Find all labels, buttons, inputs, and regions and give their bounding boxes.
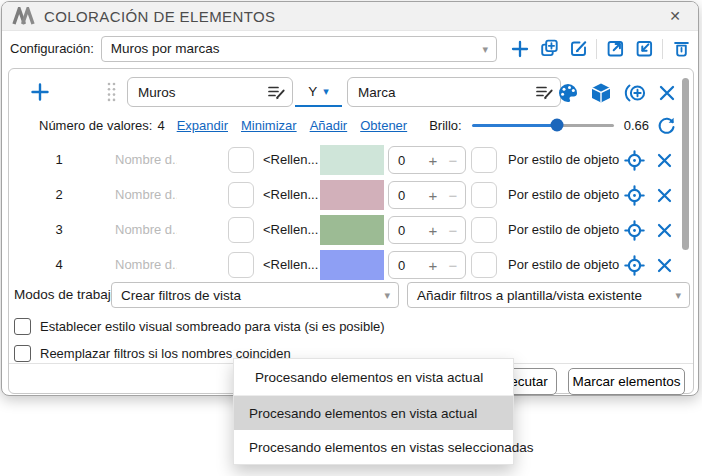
spinner-plus-icon[interactable]: + [423, 187, 443, 204]
remove-value-icon[interactable] [656, 152, 673, 169]
dropdown-item-current-view[interactable]: Procesando elementos en vista actual [234, 396, 513, 430]
remove-value-icon[interactable] [656, 187, 673, 204]
fill-color-swatch[interactable] [228, 182, 254, 208]
locate-elements-icon[interactable] [624, 150, 645, 171]
palette-icon[interactable] [557, 82, 579, 104]
fill-color-swatch[interactable] [228, 252, 254, 278]
configuration-toolbar [509, 38, 692, 60]
get-link[interactable]: Obtener [360, 118, 407, 133]
row-name-placeholder[interactable]: Nombre d... [115, 152, 177, 167]
screen: COLORACIÓN DE ELEMENTOS ✕ Configuración:… [0, 0, 702, 476]
join-operator-value: Y [308, 84, 317, 99]
mark-elements-button[interactable]: Marcar elementos [568, 368, 685, 395]
locate-elements-icon[interactable] [624, 220, 645, 241]
value-spinner: 0 + − [388, 181, 466, 209]
spinner-minus-icon[interactable]: − [443, 152, 463, 169]
spinner-plus-icon[interactable]: + [423, 152, 443, 169]
object-style-label[interactable]: Por estilo de objeto [508, 257, 619, 272]
import-configuration-icon[interactable] [633, 38, 655, 60]
app-logo-icon [12, 7, 36, 25]
delete-configuration-icon[interactable] [670, 38, 692, 60]
spinner-minus-icon[interactable]: − [443, 187, 463, 204]
reset-brightness-icon[interactable] [657, 116, 676, 135]
category-input[interactable] [127, 77, 293, 107]
locate-elements-icon[interactable] [624, 255, 645, 276]
line-color-swatch[interactable] [471, 217, 497, 243]
object-style-label[interactable]: Por estilo de objeto [508, 187, 619, 202]
spinner-plus-icon[interactable]: + [423, 257, 443, 274]
fill-pattern-label[interactable]: <Rellen... [263, 187, 319, 202]
spinner-value[interactable]: 0 [398, 258, 423, 273]
value-row: 1 Nombre d... <Rellen... 0 + − Por estil… [9, 143, 693, 178]
row-index: 2 [49, 187, 69, 202]
slider-track[interactable] [472, 124, 614, 127]
object-style-label[interactable]: Por estilo de objeto [508, 222, 619, 237]
spinner-minus-icon[interactable]: − [443, 257, 463, 274]
filter-mode-combobox[interactable]: Crear filtros de vista ▾ [111, 282, 399, 308]
fill-pattern-label[interactable]: <Rellen... [263, 257, 319, 272]
join-operator-combobox[interactable]: Y ▾ [295, 77, 342, 107]
shaded-style-checkbox[interactable] [14, 318, 31, 335]
work-modes-label: Modos de trabajo [14, 281, 118, 309]
line-color-swatch[interactable] [471, 182, 497, 208]
replace-filters-checkbox[interactable] [14, 345, 31, 362]
spinner-value[interactable]: 0 [398, 188, 423, 203]
row-name-placeholder[interactable]: Nombre d... [115, 257, 177, 272]
select-elements-icon[interactable] [623, 82, 647, 104]
values-count-label: Número de valores: [39, 118, 152, 133]
configuration-combobox[interactable]: Muros por marcas ▾ [101, 36, 497, 62]
minimize-link[interactable]: Minimizar [241, 118, 297, 133]
add-configuration-icon[interactable] [509, 38, 531, 60]
spinner-plus-icon[interactable]: + [423, 222, 443, 239]
remove-value-icon[interactable] [656, 257, 673, 274]
color-preview-bar[interactable] [320, 180, 384, 210]
scrollbar-thumb[interactable] [682, 78, 689, 250]
duplicate-configuration-icon[interactable] [538, 38, 560, 60]
export-configuration-icon[interactable] [604, 38, 626, 60]
configuration-row: Configuración: Muros por marcas ▾ [10, 35, 692, 62]
edit-configuration-icon[interactable] [567, 38, 589, 60]
brightness-slider[interactable] [472, 118, 614, 132]
toolbar-separator [596, 39, 597, 59]
expand-link[interactable]: Expandir [177, 118, 228, 133]
criteria-actions [557, 82, 683, 104]
line-color-swatch[interactable] [471, 147, 497, 173]
fill-color-swatch[interactable] [228, 147, 254, 173]
row-name-placeholder[interactable]: Nombre d... [115, 187, 177, 202]
values-count: 4 [157, 118, 164, 133]
row-name-placeholder[interactable]: Nombre d... [115, 222, 177, 237]
fill-pattern-label[interactable]: <Rellen... [263, 152, 319, 167]
remove-criterion-icon[interactable] [658, 84, 676, 102]
spinner-value[interactable]: 0 [398, 153, 423, 168]
cube-icon[interactable] [590, 82, 612, 104]
chevron-down-icon: ▾ [323, 85, 329, 98]
apply-mode-combobox[interactable]: Añadir filtros a plantilla/vista existen… [407, 282, 690, 308]
fill-color-swatch[interactable] [228, 217, 254, 243]
dropdown-item-selected-views[interactable]: Procesando elementos en vistas seleccion… [234, 430, 513, 464]
title-bar: COLORACIÓN DE ELEMENTOS ✕ [2, 2, 698, 31]
process-mode-combobox[interactable]: Procesando elementos en vista actual [234, 359, 513, 396]
add-link[interactable]: Añadir [310, 118, 348, 133]
add-criterion-icon[interactable] [29, 81, 51, 103]
color-preview-bar[interactable] [320, 145, 384, 175]
shaded-style-label: Establecer estilo visual sombreado para … [40, 319, 385, 334]
close-icon[interactable]: ✕ [664, 5, 686, 27]
spinner-value[interactable]: 0 [398, 223, 423, 238]
apply-mode-value: Añadir filtros a plantilla/vista existen… [417, 288, 642, 303]
locate-elements-icon[interactable] [624, 185, 645, 206]
line-color-swatch[interactable] [471, 252, 497, 278]
remove-value-icon[interactable] [656, 222, 673, 239]
value-row: 2 Nombre d... <Rellen... 0 + − Por estil… [9, 178, 693, 213]
fill-pattern-label[interactable]: <Rellen... [263, 222, 319, 237]
object-style-label[interactable]: Por estilo de objeto [508, 152, 619, 167]
spinner-minus-icon[interactable]: − [443, 222, 463, 239]
parameter-input[interactable] [347, 77, 561, 107]
dialog-title: COLORACIÓN DE ELEMENTOS [44, 8, 275, 25]
color-preview-bar[interactable] [320, 215, 384, 245]
drag-handle[interactable] [105, 80, 118, 104]
color-preview-bar[interactable] [320, 250, 384, 280]
toolbar-separator [662, 39, 663, 59]
row-index: 1 [49, 152, 69, 167]
slider-thumb[interactable] [550, 119, 563, 132]
values-list: 1 Nombre d... <Rellen... 0 + − Por estil… [9, 143, 693, 283]
